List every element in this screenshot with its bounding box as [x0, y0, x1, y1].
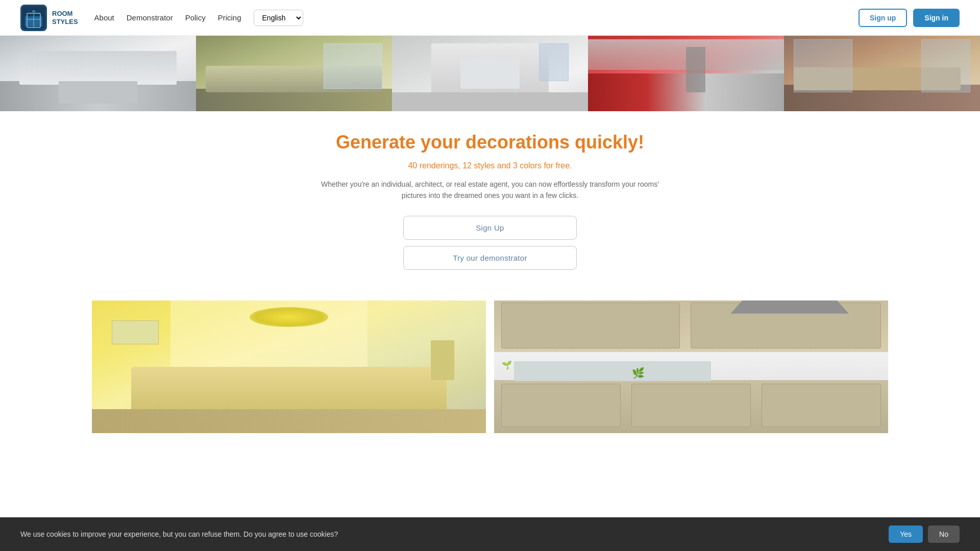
hero-subtitle: 40 renderings, 12 styles and 3 colors fo…: [10, 161, 970, 170]
logo-text: ROOM STYLES: [52, 10, 78, 26]
image-strip: [0, 36, 980, 111]
strip-kitchen-gray: [0, 36, 196, 111]
signup-button[interactable]: Sign up: [859, 9, 907, 27]
bottom-images: 🌿 🌱: [0, 300, 980, 433]
nav-demonstrator[interactable]: Demonstrator: [127, 13, 173, 22]
nav-links: About Demonstrator Policy Pricing Englis…: [94, 10, 303, 26]
strip-living-room-2: [784, 36, 980, 111]
language-select[interactable]: English French Spanish German: [254, 10, 303, 26]
strip-kitchen-red: [588, 36, 784, 111]
nav-policy[interactable]: Policy: [185, 13, 206, 22]
svg-text:AI: AI: [32, 10, 35, 13]
logo-link[interactable]: AI ROOM STYLES: [20, 5, 78, 31]
cta-demo-button[interactable]: Try our demonstrator: [403, 246, 577, 270]
navbar-left: AI ROOM STYLES About Demonstrator Policy…: [20, 5, 303, 31]
cta-buttons: Sign Up Try our demonstrator: [10, 216, 970, 270]
nav-pricing[interactable]: Pricing: [218, 13, 241, 22]
nav-about[interactable]: About: [94, 13, 114, 22]
bottom-yellow-living: [92, 300, 486, 433]
cta-signup-button[interactable]: Sign Up: [403, 216, 577, 240]
bottom-modern-kitchen: 🌿 🌱: [494, 300, 888, 433]
strip-bathroom: [392, 36, 588, 111]
main-content: Generate your decorations quickly! 40 re…: [0, 0, 980, 433]
hero-title: Generate your decorations quickly!: [10, 132, 970, 153]
signin-button[interactable]: Sign in: [913, 9, 960, 27]
strip-living-room: [196, 36, 392, 111]
hero-section: Generate your decorations quickly! 40 re…: [0, 111, 980, 280]
navbar-right: Sign up Sign in: [859, 9, 960, 27]
navbar: AI ROOM STYLES About Demonstrator Policy…: [0, 0, 980, 36]
logo-icon: AI: [20, 5, 47, 31]
hero-description: Whether you're an individual, architect,…: [311, 179, 669, 202]
